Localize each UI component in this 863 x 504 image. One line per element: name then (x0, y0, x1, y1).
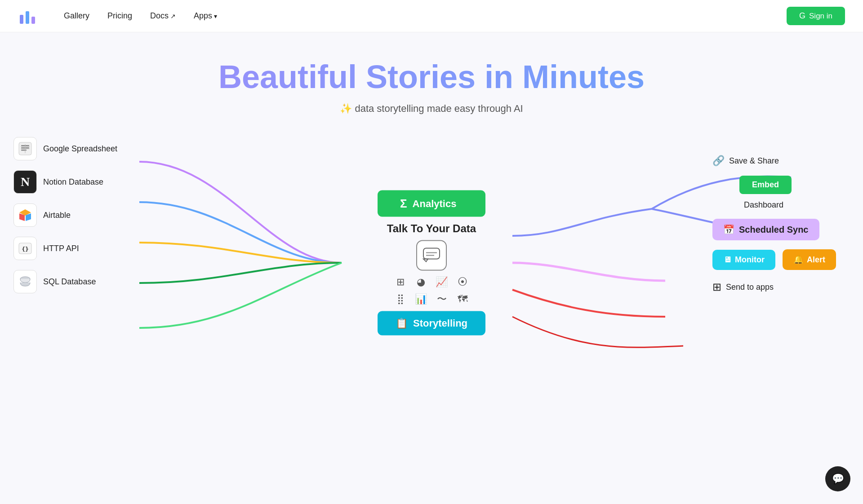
airtable-label: Airtable (43, 211, 71, 220)
center-diagram: Σ Analytics Talk To Your Data ⊞ ◕ 📈 ⦿ ⣿ … (378, 190, 485, 336)
sql-database-icon (13, 270, 37, 293)
http-api-icon: {} (13, 237, 37, 260)
embed-button[interactable]: Embed (739, 176, 792, 194)
scatter-icon[interactable]: ⣿ (397, 293, 404, 305)
svg-rect-16 (423, 248, 440, 259)
external-link-icon: ↗ (170, 13, 176, 20)
analytics-button[interactable]: Σ Analytics (378, 190, 485, 217)
nav-docs[interactable]: Docs ↗ (150, 11, 176, 21)
nav-apps[interactable]: Apps ▾ (194, 11, 217, 21)
svg-rect-0 (20, 15, 23, 24)
google-icon: G (799, 11, 805, 21)
source-http-api[interactable]: {} HTTP API (13, 237, 117, 260)
diagram-area: Google Spreadsheet N Notion Database Air… (0, 128, 863, 398)
calendar-icon: 📅 (723, 224, 734, 235)
chart-icons: ⊞ ◕ 📈 ⦿ ⣿ 📊 〜 🗺 (392, 276, 471, 306)
apps-grid-icon: ⊞ (712, 281, 721, 293)
svg-rect-1 (26, 11, 29, 24)
support-chat-button[interactable]: 💬 (825, 466, 850, 491)
bar-chart-icon[interactable]: ⊞ (396, 276, 405, 288)
save-share-section: 🔗 Save & Share (712, 155, 779, 167)
chevron-down-icon: ▾ (214, 13, 217, 20)
column-chart-icon[interactable]: 📊 (415, 293, 427, 305)
sources-list: Google Spreadsheet N Notion Database Air… (13, 137, 117, 293)
chat-icon (416, 240, 447, 271)
area-chart-icon[interactable]: 〜 (437, 292, 447, 306)
logo[interactable] (18, 7, 37, 26)
dashboard-label: Dashboard (744, 200, 792, 210)
http-api-label: HTTP API (43, 244, 79, 253)
nav-pricing[interactable]: Pricing (107, 11, 132, 21)
support-icon: 💬 (832, 473, 844, 485)
nav-gallery[interactable]: Gallery (64, 11, 89, 21)
outputs-area: 🔗 Save & Share Embed Dashboard 📅 Schedul… (712, 141, 836, 293)
nav-links: Gallery Pricing Docs ↗ Apps ▾ (64, 11, 787, 21)
sql-database-label: SQL Database (43, 277, 96, 287)
talk-title: Talk To Your Data (387, 222, 476, 235)
monitor-button[interactable]: 🖥 Monitor (712, 250, 775, 270)
storytelling-button[interactable]: 📋 Storytelling (378, 311, 485, 336)
sigma-icon: Σ (400, 197, 407, 211)
svg-rect-6 (21, 150, 27, 151)
notion-icon: N (13, 170, 37, 194)
navbar: Gallery Pricing Docs ↗ Apps ▾ G Sign in (0, 0, 863, 32)
link-icon: 🔗 (712, 155, 725, 167)
save-share-label: Save & Share (729, 156, 779, 166)
bell-icon: 🔔 (793, 255, 803, 265)
candlestick-icon[interactable]: ⦿ (458, 276, 467, 288)
signin-button[interactable]: G Sign in (787, 7, 845, 25)
map-icon[interactable]: 🗺 (458, 293, 467, 305)
storytelling-icon: 📋 (396, 318, 408, 329)
airtable-icon (13, 203, 37, 227)
source-google-spreadsheet[interactable]: Google Spreadsheet (13, 137, 117, 160)
notion-label: Notion Database (43, 177, 103, 187)
hero-section: Beautiful Stories in Minutes ✨ data stor… (0, 32, 863, 124)
source-airtable[interactable]: Airtable (13, 203, 117, 227)
save-share-label-wrap: 🔗 Save & Share (712, 155, 779, 167)
source-sql-database[interactable]: SQL Database (13, 270, 117, 293)
svg-rect-2 (31, 17, 35, 24)
monitor-icon: 🖥 (723, 255, 731, 265)
svg-text:{}: {} (22, 246, 29, 252)
send-apps-label: Send to apps (726, 283, 774, 292)
alert-button[interactable]: 🔔 Alert (783, 249, 836, 270)
hero-title: Beautiful Stories in Minutes (9, 59, 854, 95)
hero-subtitle: ✨ data storytelling made easy through AI (9, 103, 854, 115)
source-notion-database[interactable]: N Notion Database (13, 170, 117, 194)
scheduled-sync-button[interactable]: 📅 Scheduled Sync (712, 219, 819, 240)
send-apps-section: ⊞ Send to apps (712, 281, 774, 293)
line-chart-icon[interactable]: 📈 (436, 276, 448, 288)
embed-dashboard-section: Embed Dashboard (739, 176, 792, 210)
google-spreadsheet-icon (13, 137, 37, 160)
pie-chart-icon[interactable]: ◕ (417, 276, 425, 288)
google-spreadsheet-label: Google Spreadsheet (43, 144, 117, 154)
monitor-alert-row: 🖥 Monitor 🔔 Alert (712, 249, 836, 270)
